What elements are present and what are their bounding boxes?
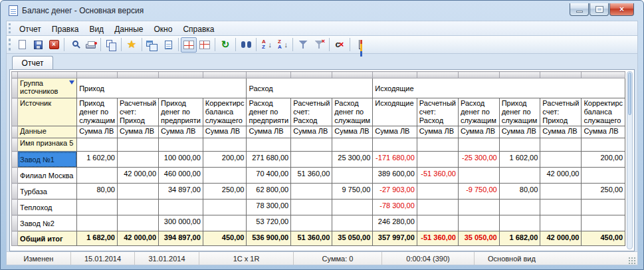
- total-cell[interactable]: 42 000,00: [117, 231, 158, 246]
- data-cell[interactable]: 460 000,00: [159, 168, 203, 184]
- col-strip-cell[interactable]: [203, 72, 247, 78]
- data-cell[interactable]: 1 602,00: [77, 152, 118, 168]
- total-cell[interactable]: 536 900,00: [247, 231, 291, 246]
- pivot-attr-cell[interactable]: [458, 138, 499, 152]
- pivot-col-header[interactable]: Приход денег по служащим: [499, 98, 540, 126]
- data-cell[interactable]: 80,00: [499, 184, 540, 200]
- data-cell[interactable]: [77, 215, 118, 231]
- data-cell[interactable]: [499, 215, 540, 231]
- data-cell[interactable]: 250,00: [582, 184, 625, 200]
- data-cell[interactable]: [291, 215, 332, 231]
- pivot-col-header[interactable]: Приход денег по предприяти: [159, 98, 203, 126]
- data-cell[interactable]: [77, 168, 118, 184]
- pivot-attr-cell[interactable]: [247, 138, 291, 152]
- data-cell[interactable]: 70 400,00: [247, 168, 291, 184]
- col-strip-cell[interactable]: [458, 72, 499, 78]
- menubar-grip[interactable]: [9, 23, 11, 33]
- col-strip-cell[interactable]: [540, 72, 582, 78]
- pivot-measure-cell[interactable]: Сумма ЛВ: [159, 126, 203, 138]
- cancel-button[interactable]: c×: [332, 37, 348, 53]
- menu-window[interactable]: Окно: [148, 23, 177, 36]
- pivot-measure-cell[interactable]: Сумма ЛВ: [582, 126, 625, 138]
- col-strip-cell[interactable]: [582, 72, 625, 78]
- pivot-group-header[interactable]: Приход: [77, 78, 247, 98]
- data-cell[interactable]: 200,00: [582, 152, 625, 168]
- col-strip-cell[interactable]: [499, 72, 540, 78]
- pivot-col-header[interactable]: Расчетный счет: Расход: [291, 98, 332, 126]
- menu-data[interactable]: Данные: [109, 23, 148, 36]
- data-cell[interactable]: [582, 168, 625, 184]
- total-cell[interactable]: 35 050,00: [332, 231, 373, 246]
- total-cell[interactable]: 450,00: [582, 231, 625, 246]
- maximize-button[interactable]: [590, 3, 609, 16]
- pivot-attr-cell[interactable]: [291, 138, 332, 152]
- data-cell[interactable]: [540, 215, 582, 231]
- cross-v-button[interactable]: [197, 37, 213, 53]
- data-cell[interactable]: -27 903,00: [373, 184, 417, 200]
- data-cell[interactable]: [458, 168, 499, 184]
- data-cell[interactable]: [417, 215, 458, 231]
- data-cell[interactable]: [203, 168, 247, 184]
- data-cell[interactable]: [458, 215, 499, 231]
- data-cell[interactable]: 246 280,00: [373, 215, 417, 231]
- col-strip-cell[interactable]: [117, 72, 158, 78]
- data-cell[interactable]: [332, 200, 373, 215]
- docview-button[interactable]: [160, 37, 176, 53]
- pivot-col-header[interactable]: Корректирс баланса служащего: [203, 98, 247, 126]
- pivot-attr-cell[interactable]: [417, 138, 458, 152]
- row-indicator[interactable]: [12, 78, 18, 98]
- data-cell[interactable]: [540, 152, 582, 168]
- pivot-attr-label[interactable]: Имя признака 5: [18, 138, 77, 152]
- pivot-measure-cell[interactable]: Сумма ЛВ: [373, 126, 417, 138]
- col-strip-cell[interactable]: [77, 72, 118, 78]
- data-cell[interactable]: [540, 200, 582, 215]
- row-indicator[interactable]: [12, 231, 18, 246]
- save-button[interactable]: [30, 37, 46, 53]
- sort-az-button[interactable]: AZ↓: [259, 37, 274, 53]
- data-cell[interactable]: [417, 152, 458, 168]
- pivot-col-header[interactable]: Расход денег по служащим: [332, 98, 373, 126]
- total-cell[interactable]: -51 360,00: [417, 231, 458, 246]
- toolbar-grip[interactable]: [9, 39, 11, 51]
- data-cell[interactable]: -78 300,00: [373, 200, 417, 215]
- print-button[interactable]: [82, 37, 98, 53]
- pivot-col-header[interactable]: Расход денег по предприяти: [247, 98, 291, 126]
- col-strip-cell[interactable]: [332, 72, 373, 78]
- menu-view[interactable]: Вид: [84, 23, 109, 36]
- data-cell[interactable]: 42 000,00: [540, 168, 582, 184]
- favorites-button[interactable]: ★: [124, 37, 140, 53]
- col-strip-cell[interactable]: [159, 72, 203, 78]
- data-cell[interactable]: 9 750,00: [332, 184, 373, 200]
- pivot-attr-cell[interactable]: [77, 138, 118, 152]
- data-cell[interactable]: [417, 184, 458, 200]
- data-cell[interactable]: [332, 168, 373, 184]
- row-indicator[interactable]: [12, 98, 18, 126]
- pivot-attr-cell[interactable]: [373, 138, 417, 152]
- sort-za-button[interactable]: ZA↓: [274, 37, 290, 53]
- row-indicator[interactable]: [12, 138, 18, 152]
- filter-clear-button[interactable]: ×: [311, 37, 327, 53]
- data-cell[interactable]: [291, 152, 332, 168]
- pivot-attr-cell[interactable]: [203, 138, 247, 152]
- close-button[interactable]: ×: [46, 37, 62, 53]
- pivot-col-header[interactable]: Расчетный счет: Приход: [117, 98, 158, 126]
- cross-h-button[interactable]: [181, 37, 197, 53]
- data-cell[interactable]: [499, 168, 540, 184]
- total-cell[interactable]: 1 682,00: [499, 231, 540, 246]
- total-cell[interactable]: 51 360,00: [291, 231, 332, 246]
- row-indicator[interactable]: [12, 168, 18, 184]
- refresh-button[interactable]: ↻: [217, 37, 233, 53]
- total-cell[interactable]: 1 682,00: [77, 231, 118, 246]
- pivot-attr-cell[interactable]: [499, 138, 540, 152]
- row-indicator[interactable]: [12, 152, 18, 168]
- pivot-col-header[interactable]: Приход денег по служащим: [77, 98, 118, 126]
- row-label[interactable]: Турбаза: [18, 184, 77, 200]
- data-cell[interactable]: [159, 200, 203, 215]
- pivot-measure-cell[interactable]: Сумма ЛВ: [247, 126, 291, 138]
- pivot-attr-cell[interactable]: [540, 138, 582, 152]
- data-cell[interactable]: [291, 184, 332, 200]
- row-label[interactable]: Завод №2: [18, 215, 77, 231]
- data-cell[interactable]: 53 720,00: [247, 215, 291, 231]
- pivot-col-header[interactable]: Исходящие: [373, 98, 417, 126]
- pivot-attr-cell[interactable]: [117, 138, 158, 152]
